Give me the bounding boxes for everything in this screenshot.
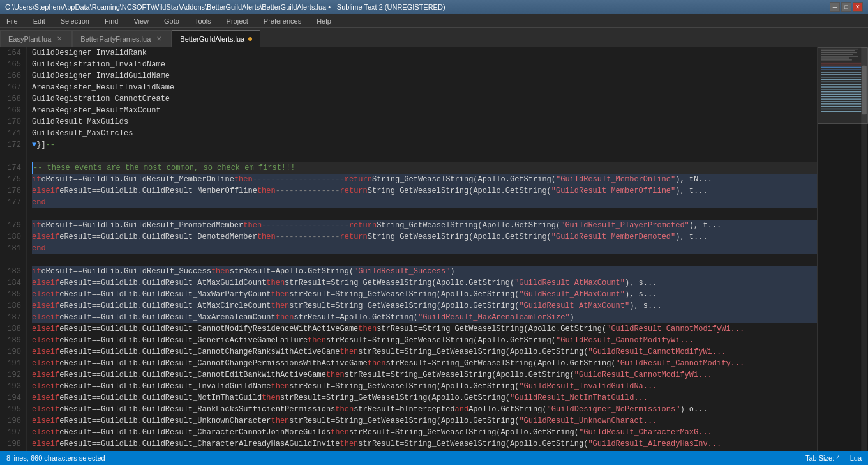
minimize-button[interactable]: ─ bbox=[830, 2, 840, 12]
line-186: elseif eResult == GuildLib.GuildResult_A… bbox=[32, 300, 817, 312]
line-175: if eResult == GuildLib.GuildResult_Membe… bbox=[32, 174, 817, 185]
tab-betterpartyframes-close[interactable]: ✕ bbox=[154, 34, 163, 43]
line-198: elseif eResult == GuildLib.GuildResult_C… bbox=[32, 438, 817, 450]
status-tab-size[interactable]: Tab Size: 4 bbox=[805, 454, 840, 462]
maximize-button[interactable]: □ bbox=[841, 2, 851, 12]
close-button[interactable]: ✕ bbox=[853, 2, 863, 12]
line-188: elseif eResult == GuildLib.GuildResult_C… bbox=[32, 323, 817, 335]
line-184: elseif eResult == GuildLib.GuildResult_A… bbox=[32, 277, 817, 289]
minimap-viewport[interactable] bbox=[818, 47, 868, 124]
line-164: GuildDesigner_InvalidRank bbox=[32, 47, 817, 59]
line-170: GuildResult_MaxGuilds bbox=[32, 116, 817, 128]
line-187: elseif eResult == GuildLib.GuildResult_M… bbox=[32, 312, 817, 323]
line-169: ArenaRegister_ResultMaxCount bbox=[32, 105, 817, 116]
menu-edit[interactable]: Edit bbox=[29, 16, 49, 26]
line-182 bbox=[32, 254, 817, 266]
menu-find[interactable]: Find bbox=[101, 16, 122, 26]
menu-preferences[interactable]: Preferences bbox=[260, 16, 305, 26]
line-195: elseif eResult == GuildLib.GuildResult_R… bbox=[32, 404, 817, 415]
tab-easyplant-label: EasyPlant.lua bbox=[8, 35, 51, 43]
menu-view[interactable]: View bbox=[130, 16, 153, 26]
line-167: ArenaRegister_ResultInvalidName bbox=[32, 82, 817, 93]
status-language[interactable]: Lua bbox=[850, 454, 862, 462]
status-right: Tab Size: 4 Lua bbox=[805, 454, 862, 462]
line-174: -- these events are the most common, so … bbox=[32, 162, 817, 174]
line-193: elseif eResult == GuildLib.GuildResult_I… bbox=[32, 381, 817, 392]
line-165: GuildRegistration_InvalidName bbox=[32, 59, 817, 70]
line-185: elseif eResult == GuildLib.GuildResult_M… bbox=[32, 289, 817, 300]
code-lines[interactable]: GuildDesigner_InvalidRank GuildRegistrat… bbox=[27, 47, 817, 451]
line-172: ▼ }]-- bbox=[32, 139, 817, 151]
menu-goto[interactable]: Goto bbox=[160, 16, 183, 26]
line-177: end bbox=[32, 197, 817, 208]
line-178 bbox=[32, 208, 817, 220]
line-190: elseif eResult == GuildLib.GuildResult_C… bbox=[32, 346, 817, 358]
line-181: end bbox=[32, 243, 817, 254]
tab-bar: EasyPlant.lua ✕ BetterPartyFrames.lua ✕ … bbox=[0, 28, 868, 47]
menu-project[interactable]: Project bbox=[223, 16, 252, 26]
line-171: GuildResult_MaxCircles bbox=[32, 128, 817, 139]
line-183: if eResult == GuildLib.GuildResult_Succe… bbox=[32, 266, 817, 277]
menu-selection[interactable]: Selection bbox=[57, 16, 93, 26]
tab-modified-dot bbox=[248, 37, 252, 41]
minimap[interactable] bbox=[817, 47, 868, 451]
menu-file[interactable]: File bbox=[3, 16, 22, 26]
line-180: elseif eResult == GuildLib.GuildResult_D… bbox=[32, 231, 817, 243]
menu-help[interactable]: Help bbox=[313, 16, 335, 26]
title-bar-controls: ─ □ ✕ bbox=[830, 2, 863, 12]
status-selection-info: 8 lines, 660 characters selected bbox=[6, 454, 105, 462]
tab-betterpartyframes-label: BetterPartyFrames.lua bbox=[80, 35, 151, 43]
menu-tools[interactable]: Tools bbox=[191, 16, 215, 26]
line-197: elseif eResult == GuildLib.GuildResult_C… bbox=[32, 427, 817, 438]
tab-easyplant-close[interactable]: ✕ bbox=[55, 34, 64, 43]
code-content: 164 165 166 167 168 169 170 171 172 174 … bbox=[0, 47, 817, 451]
line-166: GuildDesigner_InvalidGuildName bbox=[32, 70, 817, 82]
line-176: elseif eResult == GuildLib.GuildResult_M… bbox=[32, 185, 817, 197]
line-196: elseif eResult == GuildLib.GuildResult_U… bbox=[32, 415, 817, 427]
line-numbers: 164 165 166 167 168 169 170 171 172 174 … bbox=[0, 47, 27, 451]
line-192: elseif eResult == GuildLib.GuildResult_C… bbox=[32, 369, 817, 381]
editor-wrapper: 164 165 166 167 168 169 170 171 172 174 … bbox=[0, 47, 868, 451]
tab-betterpartyframes[interactable]: BetterPartyFrames.lua ✕ bbox=[72, 30, 172, 47]
line-179: if eResult == GuildLib.GuildResult_Promo… bbox=[32, 220, 817, 231]
tab-betterguildalerts-label: BetterGuildAlerts.lua bbox=[180, 35, 244, 43]
title-text: C:\Users\Stephen\AppData\Roaming\NCSOFT\… bbox=[5, 3, 445, 11]
line-168: GuildRegistration_CannotCreate bbox=[32, 93, 817, 105]
line-173 bbox=[32, 151, 817, 162]
line-191: elseif eResult == GuildLib.GuildResult_C… bbox=[32, 358, 817, 369]
tab-easyplant[interactable]: EasyPlant.lua ✕ bbox=[0, 30, 72, 47]
menu-bar: File Edit Selection Find View Goto Tools… bbox=[0, 14, 868, 28]
title-bar: C:\Users\Stephen\AppData\Roaming\NCSOFT\… bbox=[0, 0, 868, 14]
line-189: elseif eResult == GuildLib.GuildResult_G… bbox=[32, 335, 817, 346]
status-bar: 8 lines, 660 characters selected Tab Siz… bbox=[0, 451, 868, 465]
line-194: elseif eResult == GuildLib.GuildResult_N… bbox=[32, 392, 817, 404]
code-area[interactable]: 164 165 166 167 168 169 170 171 172 174 … bbox=[0, 47, 817, 451]
tab-betterguildalerts[interactable]: BetterGuildAlerts.lua bbox=[172, 30, 260, 47]
